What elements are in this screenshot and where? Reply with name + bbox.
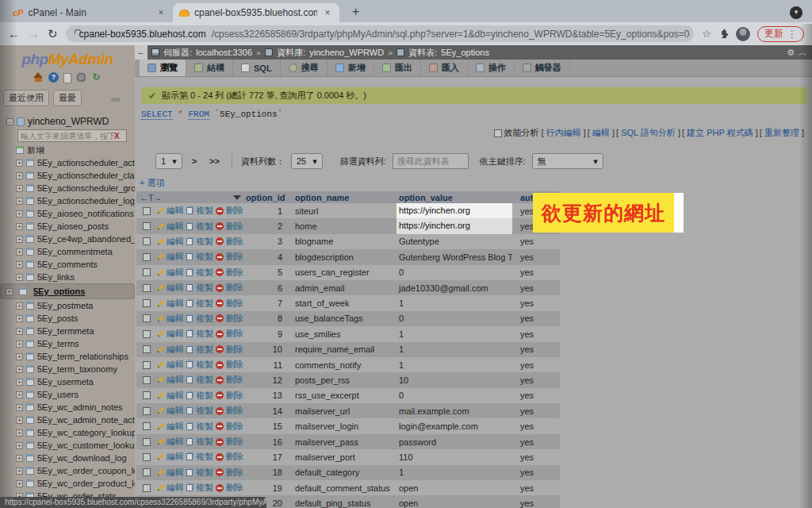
copy-icon[interactable] — [186, 330, 193, 337]
expand-icon[interactable]: + — [16, 261, 23, 268]
expand-icon[interactable]: + — [16, 442, 23, 449]
sort-triangle-icon[interactable] — [233, 195, 241, 200]
row-checkbox[interactable] — [143, 299, 151, 307]
edit-link[interactable]: 編輯 — [167, 267, 184, 279]
edit-link[interactable]: 編輯 — [167, 344, 184, 356]
chrome-update-button[interactable]: 更新 ⋮ — [757, 26, 804, 42]
edit-pencil-icon[interactable] — [157, 408, 163, 414]
copy-icon[interactable] — [186, 361, 193, 368]
delete-link[interactable]: 刪除 — [226, 359, 243, 371]
expand-icon[interactable]: + — [16, 198, 23, 205]
edit-pencil-icon[interactable] — [157, 469, 163, 475]
edit-pencil-icon[interactable] — [157, 438, 163, 444]
copy-icon[interactable] — [186, 453, 193, 460]
row-checkbox[interactable] — [143, 330, 151, 338]
sidebar-item-5Ey_aioseo_notifications[interactable]: +5Ey_aioseo_notifications — [0, 207, 135, 220]
sidebar-item-5Ey_term_taxonomy[interactable]: +5Ey_term_taxonomy — [0, 363, 135, 375]
edit-pencil-icon[interactable] — [157, 223, 163, 229]
edit-pencil-icon[interactable] — [157, 331, 163, 337]
edit-link[interactable]: 編輯 — [167, 298, 184, 310]
database-value[interactable]: yincheno_WPRWD — [309, 48, 384, 57]
row-checkbox[interactable] — [143, 376, 151, 384]
tab-export[interactable]: 匯出 — [374, 60, 421, 76]
expand-icon[interactable]: + — [16, 160, 23, 167]
copy-link[interactable]: 複製 — [196, 313, 213, 325]
sidebar-item-5Ey_aioseo_posts[interactable]: +5Ey_aioseo_posts — [0, 220, 135, 233]
edit-link[interactable]: 編輯 — [167, 374, 184, 386]
copy-icon[interactable] — [186, 484, 193, 491]
edit-link[interactable]: 編輯 — [167, 405, 184, 417]
edit-pencil-icon[interactable] — [157, 423, 163, 429]
copy-icon[interactable] — [186, 423, 193, 430]
row-checkbox[interactable] — [143, 253, 151, 261]
copy-link[interactable]: 複製 — [196, 451, 213, 463]
database-node[interactable]: - yincheno_WPRWD — [0, 116, 135, 127]
delete-link[interactable]: 刪除 — [226, 328, 243, 340]
edit-link[interactable]: 編輯 — [167, 205, 184, 217]
sidebar-item-new-table[interactable]: 新增 — [0, 144, 135, 156]
delete-link[interactable]: 刪除 — [226, 436, 243, 448]
column-header-option-name[interactable]: option_name — [285, 193, 396, 202]
expand-icon[interactable]: + — [16, 328, 23, 335]
copy-link[interactable]: 複製 — [196, 251, 213, 263]
delete-link[interactable]: 刪除 — [226, 205, 243, 217]
edit-pencil-icon[interactable] — [157, 207, 163, 214]
delete-link[interactable]: 刪除 — [226, 374, 243, 386]
delete-icon[interactable] — [216, 438, 224, 446]
query-action-link[interactable]: 重新整理 — [764, 128, 799, 137]
copy-icon[interactable] — [186, 238, 193, 245]
copy-link[interactable]: 複製 — [196, 267, 213, 279]
sidebar-item-5Ey_actionscheduler_actions[interactable]: +5Ey_actionscheduler_actions — [0, 156, 135, 169]
tab-import[interactable]: 匯入 — [421, 60, 468, 76]
delete-link[interactable]: 刪除 — [226, 282, 243, 294]
profile-avatar[interactable] — [736, 27, 750, 41]
expand-icon[interactable]: + — [16, 223, 23, 230]
tab-search-icon[interactable]: ▾ — [790, 6, 802, 19]
home-icon[interactable] — [33, 72, 44, 83]
tab-close-icon[interactable]: × — [155, 7, 167, 18]
browser-tab-cpanel[interactable]: cP cPanel - Main × — [6, 3, 173, 22]
edit-pencil-icon[interactable] — [157, 454, 163, 460]
sidebar-resize-handle[interactable] — [111, 98, 121, 102]
last-page-button[interactable]: >> — [206, 156, 223, 166]
row-checkbox[interactable] — [143, 222, 151, 230]
delete-link[interactable]: 刪除 — [226, 298, 243, 310]
delete-icon[interactable] — [216, 237, 224, 245]
query-action-link[interactable]: 建立 PHP 程式碼 — [687, 128, 753, 137]
tab-search[interactable]: 搜尋 — [281, 60, 327, 76]
delete-link[interactable]: 刪除 — [226, 221, 243, 233]
expand-icon[interactable]: + — [16, 236, 23, 243]
table-search-input[interactable] — [393, 153, 469, 169]
delete-icon[interactable] — [216, 268, 224, 276]
copy-link[interactable]: 複製 — [196, 221, 213, 233]
expand-icon[interactable]: + — [16, 302, 23, 310]
edit-link[interactable]: 編輯 — [167, 328, 184, 340]
tab-triggers[interactable]: 觸發器 — [515, 60, 570, 76]
edit-pencil-icon[interactable] — [157, 300, 163, 306]
row-checkbox[interactable] — [143, 391, 151, 399]
page-select[interactable]: 1▾ — [155, 153, 182, 169]
delete-icon[interactable] — [216, 407, 224, 415]
expand-icon[interactable]: + — [16, 341, 23, 348]
options-toggle-link[interactable]: + 選項 — [140, 177, 812, 189]
copy-link[interactable]: 複製 — [196, 436, 213, 448]
copy-icon[interactable] — [186, 207, 193, 214]
browser-tab-phpmyadmin[interactable]: cpanel-box5935.bluehost.com × — [173, 3, 339, 22]
refresh-icon[interactable]: ↻ — [91, 72, 102, 83]
expand-icon[interactable]: + — [16, 429, 23, 437]
copy-link[interactable]: 複製 — [196, 282, 213, 294]
delete-link[interactable]: 刪除 — [226, 344, 243, 356]
edit-link[interactable]: 編輯 — [167, 436, 184, 448]
rows-per-page-select[interactable]: 25▾ — [291, 153, 323, 169]
row-checkbox[interactable] — [143, 268, 151, 276]
copy-icon[interactable] — [186, 269, 193, 276]
delete-icon[interactable] — [216, 468, 224, 476]
phpmyadmin-logo[interactable]: phpMyAdmin — [0, 48, 135, 68]
delete-icon[interactable] — [216, 361, 224, 369]
edit-link[interactable]: 編輯 — [167, 390, 184, 402]
tab-operations[interactable]: 操作 — [468, 60, 515, 76]
expand-icon[interactable]: + — [16, 391, 23, 398]
column-header-option-id[interactable]: option_id — [246, 193, 285, 202]
edit-pencil-icon[interactable] — [157, 377, 163, 383]
edit-pencil-icon[interactable] — [157, 238, 163, 244]
